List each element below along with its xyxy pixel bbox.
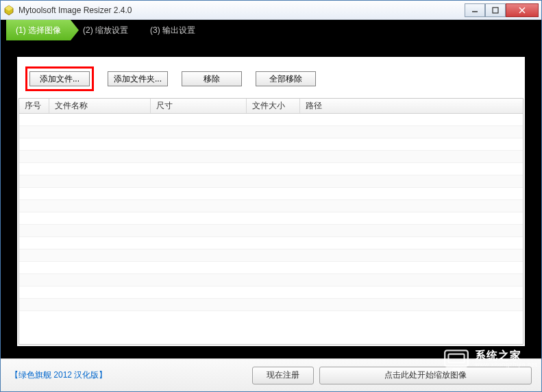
main-area: 添加文件... 添加文件夹... 移除 全部移除 序号 文件名称 尺寸 文件大小…: [1, 40, 541, 358]
table-row: [19, 274, 523, 286]
footer-credit[interactable]: 【绿色旗舰 2012 汉化版】: [10, 369, 107, 381]
step-tabs: (1) 选择图像 (2) 缩放设置 (3) 输出设置: [1, 20, 541, 40]
register-button[interactable]: 现在注册: [252, 367, 314, 384]
table-row: [19, 299, 523, 311]
table-row: [19, 188, 523, 200]
tab-output-settings[interactable]: (3) 输出设置: [140, 20, 208, 40]
start-resize-button[interactable]: 点击此处开始缩放图像: [319, 367, 532, 384]
col-header-filesize[interactable]: 文件大小: [247, 99, 300, 113]
table-body[interactable]: [19, 114, 523, 344]
table-row: [19, 237, 523, 249]
table-header: 序号 文件名称 尺寸 文件大小 路径: [19, 99, 523, 114]
svg-rect-3: [493, 8, 498, 13]
highlight-annotation: 添加文件...: [25, 66, 94, 91]
app-window: Mytoolsoft Image Resizer 2.4.0 (1) 选择图像 …: [0, 0, 542, 392]
table-row: [19, 212, 523, 225]
tab-select-image[interactable]: (1) 选择图像: [6, 20, 79, 40]
minimize-button[interactable]: [465, 3, 485, 17]
table-row: [19, 286, 523, 299]
table-row: [19, 249, 523, 262]
app-icon: [3, 5, 14, 16]
add-folder-button[interactable]: 添加文件夹...: [108, 71, 168, 86]
table-row: [19, 175, 523, 188]
titlebar: Mytoolsoft Image Resizer 2.4.0: [1, 1, 541, 20]
toolbar: 添加文件... 添加文件夹... 移除 全部移除: [17, 57, 525, 98]
table-row: [19, 151, 523, 163]
table-row: [19, 200, 523, 212]
footer: 【绿色旗舰 2012 汉化版】 现在注册 点击此处开始缩放图像: [1, 358, 541, 391]
table-row: [19, 126, 523, 138]
col-header-name[interactable]: 文件名称: [49, 99, 151, 113]
col-header-seq[interactable]: 序号: [19, 99, 49, 113]
add-file-button[interactable]: 添加文件...: [29, 71, 90, 86]
table-row: [19, 225, 523, 237]
col-header-path[interactable]: 路径: [300, 99, 523, 113]
close-button[interactable]: [506, 3, 539, 17]
window-title: Mytoolsoft Image Resizer 2.4.0: [19, 5, 465, 15]
table-row: [19, 138, 523, 151]
table-row: [19, 262, 523, 274]
file-table: 序号 文件名称 尺寸 文件大小 路径: [19, 98, 523, 345]
remove-all-button[interactable]: 全部移除: [256, 71, 316, 86]
content-panel: 添加文件... 添加文件夹... 移除 全部移除 序号 文件名称 尺寸 文件大小…: [17, 57, 525, 346]
maximize-button[interactable]: [485, 3, 506, 17]
table-row: [19, 163, 523, 175]
table-row: [19, 114, 523, 126]
tab-resize-settings[interactable]: (2) 缩放设置: [73, 20, 140, 40]
remove-button[interactable]: 移除: [182, 71, 242, 86]
window-controls: [465, 3, 539, 17]
col-header-size[interactable]: 尺寸: [151, 99, 247, 113]
